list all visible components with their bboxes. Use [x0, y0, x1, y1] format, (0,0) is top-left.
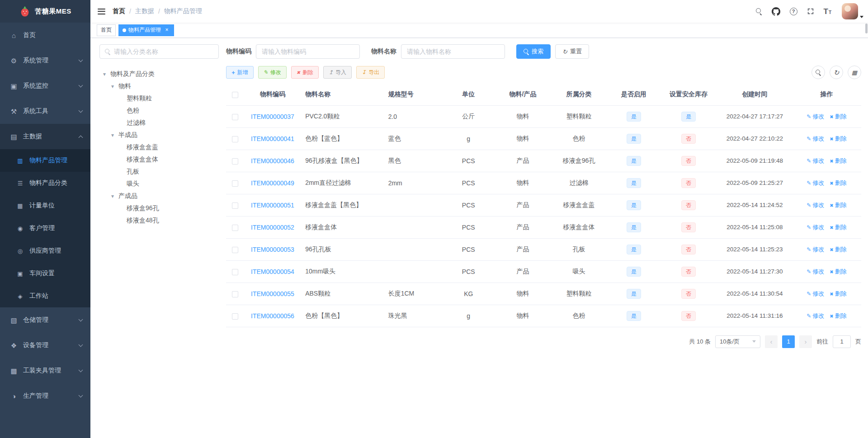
sidebar-subitem[interactable]: 供应商管理 — [0, 240, 90, 262]
user-menu[interactable] — [842, 3, 858, 19]
sidebar-subitem[interactable]: 工作站 — [0, 285, 90, 307]
edit-row-link[interactable]: 修改 — [807, 113, 824, 121]
export-button[interactable]: 导出 — [356, 66, 385, 79]
tree-node[interactable]: 过滤棉 — [99, 117, 219, 129]
safety-stock-badge[interactable]: 否 — [681, 200, 696, 210]
toggle-search-button[interactable] — [811, 66, 825, 79]
tree-node[interactable]: 移液盒48孔 — [99, 214, 219, 226]
material-code-link[interactable]: ITEM00000051 — [251, 202, 294, 209]
sidebar-item[interactable]: 工装夹具管理 — [0, 358, 90, 383]
enabled-badge[interactable]: 是 — [627, 222, 641, 232]
material-code-link[interactable]: ITEM00000055 — [251, 290, 294, 297]
tree-node[interactable]: 吸头 — [99, 178, 219, 190]
sidebar-subitem[interactable]: 物料产品分类 — [0, 172, 90, 194]
row-checkbox[interactable] — [232, 158, 238, 165]
safety-stock-badge[interactable]: 是 — [681, 112, 696, 122]
sidebar-subitem[interactable]: 客户管理 — [0, 217, 90, 240]
enabled-badge[interactable]: 是 — [627, 112, 641, 122]
sidebar-subitem[interactable]: 物料产品管理 — [0, 149, 90, 172]
delete-row-link[interactable]: 删除 — [830, 201, 846, 209]
material-code-link[interactable]: ITEM00000054 — [251, 268, 294, 275]
tree-node[interactable]: 半成品 — [99, 129, 219, 141]
material-code-input[interactable] — [256, 44, 360, 59]
row-checkbox[interactable] — [232, 180, 238, 187]
reset-button[interactable]: 重置 — [555, 44, 589, 59]
delete-row-link[interactable]: 删除 — [830, 223, 846, 231]
tab-item[interactable]: 首页 — [97, 24, 116, 36]
github-icon[interactable] — [772, 7, 780, 16]
edit-row-link[interactable]: 修改 — [807, 201, 824, 209]
tab-active[interactable]: 物料产品管理 — [118, 24, 174, 36]
tab-close-icon[interactable] — [164, 27, 170, 33]
tree-node[interactable]: 物料 — [99, 80, 219, 92]
edit-row-link[interactable]: 修改 — [807, 135, 824, 143]
sidebar-item[interactable]: 系统监控 — [0, 73, 90, 99]
delete-row-link[interactable]: 删除 — [830, 312, 846, 320]
sidebar-item[interactable]: 设备管理 — [0, 333, 90, 358]
help-icon[interactable] — [790, 8, 797, 15]
refresh-button[interactable] — [830, 66, 843, 79]
tree-node[interactable]: 色粉 — [99, 104, 219, 117]
safety-stock-badge[interactable]: 否 — [681, 311, 696, 321]
row-checkbox[interactable] — [232, 203, 238, 209]
edit-row-link[interactable]: 修改 — [807, 290, 824, 298]
add-button[interactable]: 新增 — [226, 66, 254, 79]
material-name-input[interactable] — [401, 44, 505, 59]
edit-row-link[interactable]: 修改 — [807, 312, 824, 320]
material-code-link[interactable]: ITEM00000046 — [251, 157, 294, 165]
enabled-badge[interactable]: 是 — [627, 245, 641, 254]
edit-row-link[interactable]: 修改 — [807, 245, 824, 254]
enabled-badge[interactable]: 是 — [627, 156, 641, 166]
current-page-button[interactable]: 1 — [782, 335, 795, 348]
category-search-input[interactable] — [114, 48, 213, 55]
row-checkbox[interactable] — [232, 247, 238, 253]
tree-node[interactable]: 移液盒96孔 — [99, 202, 219, 214]
tree-node[interactable]: 产成品 — [99, 190, 219, 202]
delete-button[interactable]: 删除 — [291, 66, 319, 79]
delete-row-link[interactable]: 删除 — [830, 135, 846, 143]
delete-row-link[interactable]: 删除 — [830, 268, 846, 276]
enabled-badge[interactable]: 是 — [627, 267, 641, 277]
fullscreen-icon[interactable] — [807, 8, 814, 15]
edit-row-link[interactable]: 修改 — [807, 179, 824, 187]
sidebar-item[interactable]: 主数据 — [0, 124, 90, 149]
goto-page-input[interactable] — [833, 335, 851, 348]
enabled-badge[interactable]: 是 — [627, 178, 641, 188]
avatar[interactable] — [842, 3, 858, 19]
material-code-link[interactable]: ITEM00000049 — [251, 179, 294, 187]
material-code-link[interactable]: ITEM00000041 — [251, 135, 294, 142]
sidebar-item[interactable]: 系统工具 — [0, 99, 90, 124]
safety-stock-badge[interactable]: 否 — [681, 245, 696, 254]
row-checkbox[interactable] — [232, 269, 238, 275]
row-checkbox[interactable] — [232, 136, 238, 142]
sidebar-subitem[interactable]: 车间设置 — [0, 262, 90, 285]
material-code-link[interactable]: ITEM00000052 — [251, 224, 294, 231]
prev-page-button[interactable] — [765, 335, 778, 348]
import-button[interactable]: 导入 — [323, 66, 352, 79]
next-page-button[interactable] — [799, 335, 812, 348]
page-size-select[interactable]: 10条/页 — [715, 335, 760, 348]
delete-row-link[interactable]: 删除 — [830, 290, 846, 298]
delete-row-link[interactable]: 删除 — [830, 157, 846, 165]
safety-stock-badge[interactable]: 否 — [681, 267, 696, 277]
material-code-link[interactable]: ITEM00000053 — [251, 246, 294, 253]
edit-row-link[interactable]: 修改 — [807, 268, 824, 276]
sidebar-item[interactable]: 仓储管理 — [0, 307, 90, 333]
app-logo[interactable]: 苦糖果MES — [0, 0, 90, 23]
delete-row-link[interactable]: 删除 — [830, 113, 846, 121]
edit-row-link[interactable]: 修改 — [807, 223, 824, 231]
tree-node[interactable]: 物料及产品分类 — [99, 68, 219, 80]
columns-button[interactable] — [848, 66, 861, 79]
sidebar-item[interactable]: 首页 — [0, 23, 90, 48]
row-checkbox[interactable] — [232, 313, 238, 320]
scrollbar-thumb[interactable] — [865, 24, 868, 33]
row-checkbox[interactable] — [232, 225, 238, 231]
safety-stock-badge[interactable]: 否 — [681, 222, 696, 232]
select-all-checkbox[interactable] — [232, 92, 238, 98]
safety-stock-badge[interactable]: 否 — [681, 156, 696, 166]
search-button[interactable]: 搜索 — [516, 44, 551, 59]
tree-node[interactable]: 塑料颗粒 — [99, 92, 219, 104]
edit-row-link[interactable]: 修改 — [807, 157, 824, 165]
material-code-link[interactable]: ITEM00000056 — [251, 312, 294, 320]
hamburger-menu-icon[interactable] — [98, 9, 105, 14]
